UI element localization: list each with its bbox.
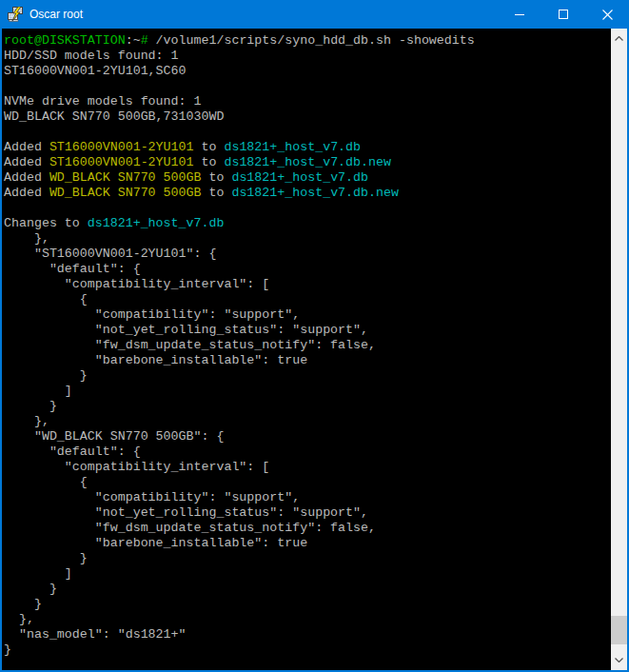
terminal-line: "compatibility": "support", — [4, 307, 611, 323]
window-title: Oscar root — [29, 8, 83, 21]
putty-window: Oscar root root@DISKSTATION:~# /volume1 — [0, 0, 629, 672]
scroll-down-button[interactable] — [611, 652, 627, 668]
close-icon — [602, 10, 613, 20]
terminal-line: } — [4, 399, 611, 414]
terminal-line: ST16000VN001-2YU101,SC60 — [4, 64, 611, 79]
terminal-line: HDD/SSD models found: 1 — [4, 49, 611, 64]
scrollbar-thumb[interactable] — [611, 616, 627, 644]
terminal-line: "not_yet_rolling_status": "support", — [4, 323, 611, 338]
terminal-line: "default": { — [4, 445, 611, 460]
maximize-button[interactable] — [541, 0, 585, 29]
terminal-line: "ST16000VN001-2YU101": { — [4, 247, 611, 262]
terminal-line: { — [4, 292, 611, 307]
terminal-screen[interactable]: root@DISKSTATION:~# /volume1/scripts/syn… — [2, 29, 611, 670]
terminal-line: "fw_dsm_update_status_notify": false, — [4, 338, 611, 353]
maximize-icon — [559, 10, 568, 19]
terminal-line: } — [4, 642, 611, 658]
terminal-line: }, — [4, 612, 611, 627]
putty-icon[interactable] — [8, 7, 23, 22]
scroll-up-button[interactable] — [611, 30, 627, 47]
chevron-up-icon — [615, 36, 623, 41]
terminal-line: } — [4, 551, 611, 566]
terminal-line: }, — [4, 231, 611, 247]
terminal-line: }, — [4, 414, 611, 429]
caption-buttons — [498, 0, 629, 29]
terminal-line: Changes to ds1821+_host_v7.db — [4, 216, 611, 231]
terminal-line: { — [4, 475, 611, 490]
terminal-line — [4, 201, 611, 216]
window-body: root@DISKSTATION:~# /volume1/scripts/syn… — [2, 29, 627, 670]
terminal-line: "WD_BLACK SN770 500GB": { — [4, 429, 611, 445]
minimize-icon — [515, 10, 524, 19]
scrollbar[interactable] — [611, 29, 627, 670]
close-button[interactable] — [585, 0, 629, 29]
terminal-line: "compatibility_interval": [ — [4, 277, 611, 292]
terminal-line: NVMe drive models found: 1 — [4, 94, 611, 109]
terminal-line: "not_yet_rolling_status": "support", — [4, 505, 611, 521]
terminal-line: "barebone_installable": true — [4, 536, 611, 551]
terminal-line: "compatibility_interval": [ — [4, 460, 611, 475]
titlebar[interactable]: Oscar root — [0, 0, 629, 29]
terminal-line: } — [4, 582, 611, 597]
terminal-line: "nas_model": "ds1821+" — [4, 627, 611, 642]
terminal-line: ] — [4, 566, 611, 582]
chevron-down-icon — [615, 658, 623, 662]
terminal-line: Added WD_BLACK SN770 500GB to ds1821+_ho… — [4, 170, 611, 186]
terminal-line: "barebone_installable": true — [4, 353, 611, 368]
terminal-line: ] — [4, 384, 611, 399]
minimize-button[interactable] — [498, 0, 541, 29]
terminal-line: "compatibility": "support", — [4, 490, 611, 505]
terminal-line — [4, 125, 611, 140]
terminal-line: Added WD_BLACK SN770 500GB to ds1821+_ho… — [4, 186, 611, 201]
terminal-line: "fw_dsm_update_status_notify": false, — [4, 521, 611, 536]
terminal-line: root@DISKSTATION:~# /volume1/scripts/syn… — [4, 33, 611, 49]
terminal-line: Added ST16000VN001-2YU101 to ds1821+_hos… — [4, 140, 611, 155]
terminal-line: WD_BLACK SN770 500GB,731030WD — [4, 109, 611, 125]
terminal-line: Added ST16000VN001-2YU101 to ds1821+_hos… — [4, 155, 611, 170]
terminal-line: } — [4, 368, 611, 384]
terminal-line: "default": { — [4, 262, 611, 277]
terminal-line: } — [4, 597, 611, 612]
terminal-line — [4, 79, 611, 94]
